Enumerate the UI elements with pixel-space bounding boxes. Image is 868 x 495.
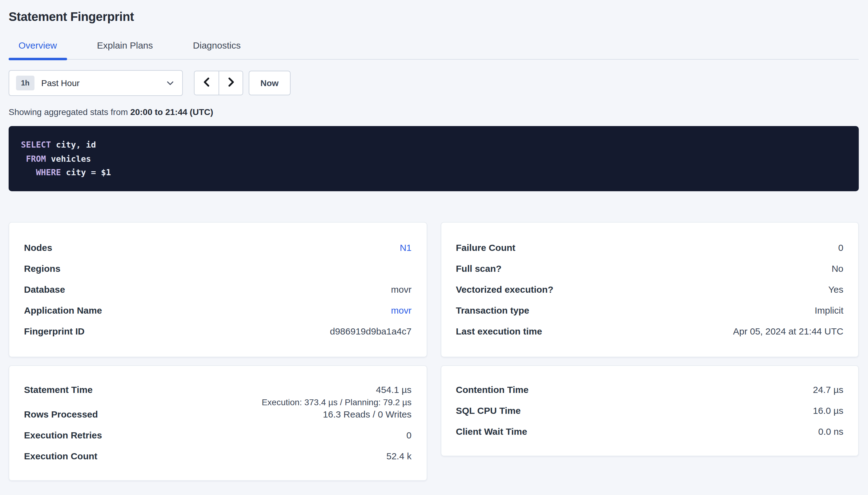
row-label: Client Wait Time: [456, 425, 527, 438]
card-row-contention-time: Contention Time 24.7 µs: [456, 383, 844, 396]
chevron-right-icon: [227, 77, 235, 89]
row-label: Execution Retries: [24, 429, 102, 441]
node-link[interactable]: N1: [400, 241, 411, 254]
row-value: Yes: [828, 283, 844, 295]
card-row-database: Database movr: [24, 283, 411, 295]
row-label: SQL CPU Time: [456, 404, 521, 416]
row-label: Regions: [24, 262, 60, 275]
interval-label: Past Hour: [41, 78, 80, 88]
statement-fingerprint-page: Statement Fingerprint Overview Explain P…: [0, 0, 868, 495]
card-row-failure-count: Failure Count 0: [456, 241, 844, 254]
interval-badge: 1h: [16, 75, 34, 90]
tab-overview[interactable]: Overview: [9, 39, 67, 59]
row-label: Database: [24, 283, 65, 295]
page-title: Statement Fingerprint: [9, 0, 859, 24]
row-label: Nodes: [24, 241, 52, 254]
tab-bar: Overview Explain Plans Diagnostics: [9, 39, 859, 59]
chevron-down-icon: [167, 81, 174, 85]
sql-text: city = $1: [61, 167, 111, 177]
card-row-last-execution-time: Last execution time Apr 05, 2024 at 21:4…: [456, 325, 844, 337]
row-value: 16.3 Reads / 0 Writes: [323, 408, 411, 420]
row-value: d986919d9ba1a4c7: [330, 325, 411, 337]
tab-diagnostics-label: Diagnostics: [193, 40, 241, 50]
sql-keyword: WHERE: [36, 167, 61, 177]
row-value: movr: [391, 283, 411, 295]
sql-statement: SELECT city, id FROM vehicles WHERE city…: [9, 126, 859, 191]
sql-text: [21, 167, 36, 177]
row-label: Failure Count: [456, 241, 515, 254]
time-stats-card: Contention Time 24.7 µs SQL CPU Time 16.…: [440, 365, 859, 456]
row-value: Implicit: [815, 304, 844, 317]
sql-line: FROM vehicles: [21, 152, 847, 166]
prev-interval-button[interactable]: [195, 71, 218, 95]
sql-line: WHERE city = $1: [21, 166, 847, 179]
row-value: 16.0 µs: [813, 404, 844, 416]
time-interval-dropdown[interactable]: 1h Past Hour: [9, 70, 183, 96]
row-value: 0: [838, 241, 844, 254]
row-label: Statement Time: [24, 383, 93, 396]
row-label: Rows Processed: [24, 408, 98, 420]
row-value: Apr 05, 2024 at 21:44 UTC: [733, 325, 844, 337]
tab-explain-plans-label: Explain Plans: [97, 40, 153, 50]
card-row-execution-retries: Execution Retries 0: [24, 429, 411, 441]
statement-time-breakdown: Execution: 373.4 µs / Planning: 79.2 µs: [24, 396, 411, 408]
row-label: Last execution time: [456, 325, 542, 337]
row-value: No: [832, 262, 844, 275]
card-row-regions: Regions: [24, 262, 411, 275]
row-label: Transaction type: [456, 304, 529, 317]
sql-text: city, id: [51, 140, 96, 150]
next-interval-button[interactable]: [218, 71, 243, 95]
card-row-statement-time: Statement Time 454.1 µs: [24, 383, 411, 396]
card-row-full-scan: Full scan? No: [456, 262, 844, 275]
sql-text: [21, 153, 26, 163]
row-label: Fingerprint ID: [24, 325, 85, 337]
card-row-transaction-type: Transaction type Implicit: [456, 304, 844, 317]
sql-line: SELECT city, id: [21, 138, 847, 152]
tab-overview-label: Overview: [18, 40, 57, 50]
card-row-vectorized: Vectorized execution? Yes: [456, 283, 844, 295]
aggregated-stats-line: Showing aggregated stats from 20:00 to 2…: [9, 106, 859, 117]
row-label: Application Name: [24, 304, 102, 317]
interval-step-group: [194, 71, 243, 95]
tab-diagnostics[interactable]: Diagnostics: [183, 39, 250, 59]
card-row-fingerprint-id: Fingerprint ID d986919d9ba1a4c7: [24, 325, 411, 337]
row-value: 52.4 k: [386, 450, 411, 462]
card-row-execution-count: Execution Count 52.4 k: [24, 450, 411, 462]
row-value: 454.1 µs: [376, 383, 411, 396]
sql-keyword: FROM: [26, 153, 46, 163]
application-link[interactable]: movr: [391, 304, 411, 317]
row-value: 24.7 µs: [813, 383, 844, 396]
chevron-left-icon: [202, 77, 211, 89]
tab-explain-plans[interactable]: Explain Plans: [87, 39, 163, 59]
row-value: 0: [406, 429, 411, 441]
card-row-sql-cpu-time: SQL CPU Time 16.0 µs: [456, 404, 844, 416]
sql-keyword: SELECT: [21, 140, 51, 150]
time-toolbar: 1h Past Hour Now: [9, 70, 859, 96]
row-label: Contention Time: [456, 383, 528, 396]
row-value: 0.0 ns: [818, 425, 844, 438]
row-label: Vectorized execution?: [456, 283, 553, 295]
details-card: Nodes N1 Regions Database movr Applicati…: [9, 222, 427, 357]
statement-stats-card: Statement Time 454.1 µs Execution: 373.4…: [9, 365, 427, 480]
card-row-nodes: Nodes N1: [24, 241, 411, 254]
attributes-card: Failure Count 0 Full scan? No Vectorized…: [440, 222, 859, 357]
now-button[interactable]: Now: [249, 71, 290, 95]
row-label: Execution Count: [24, 450, 97, 462]
card-row-application-name: Application Name movr: [24, 304, 411, 317]
row-label: Full scan?: [456, 262, 502, 275]
stats-line-prefix: Showing aggregated stats from: [9, 107, 128, 117]
summary-cards-grid: Nodes N1 Regions Database movr Applicati…: [9, 222, 859, 480]
card-row-rows-processed: Rows Processed 16.3 Reads / 0 Writes: [24, 408, 411, 420]
card-row-client-wait-time: Client Wait Time 0.0 ns: [456, 425, 844, 438]
stats-line-range: 20:00 to 21:44 (UTC): [130, 107, 213, 117]
sql-text: vehicles: [46, 153, 91, 163]
